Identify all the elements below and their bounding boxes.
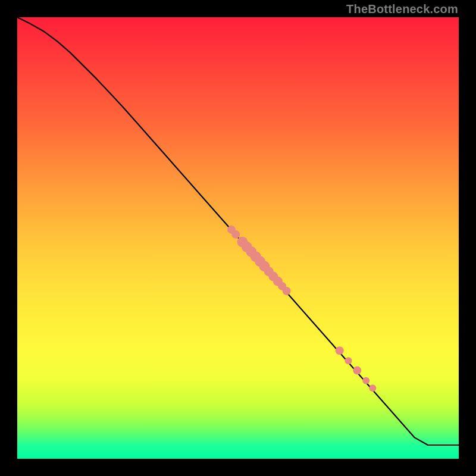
data-point (369, 384, 376, 392)
data-point (362, 377, 369, 384)
watermark-text: TheBottleneck.com (346, 2, 458, 16)
data-point (336, 346, 344, 355)
data-point (231, 230, 240, 239)
chart-overlay (17, 17, 459, 459)
data-point (353, 367, 361, 375)
chart-stage: TheBottleneck.com (0, 0, 476, 476)
data-point (283, 287, 291, 295)
points-layer (227, 226, 376, 392)
data-point (345, 357, 352, 364)
